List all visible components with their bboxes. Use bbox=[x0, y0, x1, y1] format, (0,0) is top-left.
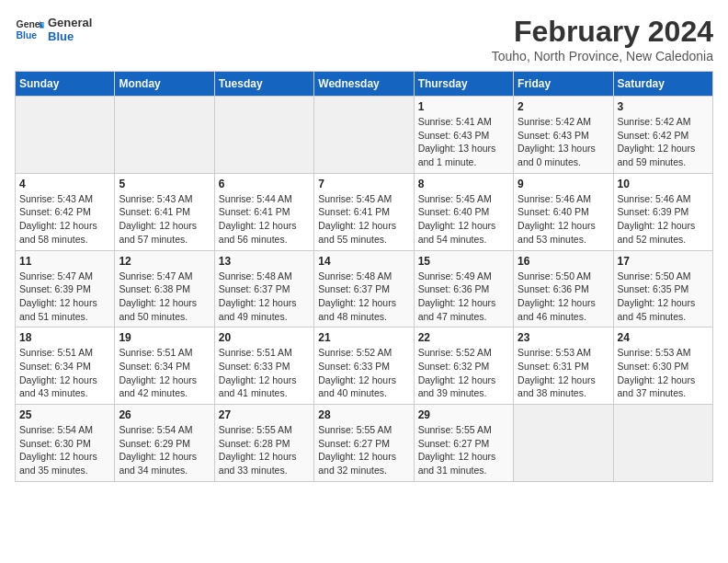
weekday-header: Monday bbox=[115, 72, 214, 97]
day-info: Sunrise: 5:44 AM Sunset: 6:41 PM Dayligh… bbox=[219, 192, 310, 247]
day-number: 1 bbox=[418, 100, 509, 113]
logo: General Blue General Blue bbox=[15, 15, 92, 44]
weekday-header: Sunday bbox=[16, 72, 115, 97]
day-number: 9 bbox=[518, 178, 609, 190]
calendar-week-row: 4Sunrise: 5:43 AM Sunset: 6:42 PM Daylig… bbox=[16, 173, 713, 250]
calendar-cell: 10Sunrise: 5:46 AM Sunset: 6:39 PM Dayli… bbox=[613, 173, 712, 250]
weekday-header: Thursday bbox=[414, 72, 513, 97]
calendar-cell: 28Sunrise: 5:55 AM Sunset: 6:27 PM Dayli… bbox=[314, 405, 414, 482]
day-info: Sunrise: 5:55 AM Sunset: 6:27 PM Dayligh… bbox=[418, 423, 509, 477]
calendar-header-row: SundayMondayTuesdayWednesdayThursdayFrid… bbox=[16, 72, 713, 97]
day-number: 16 bbox=[518, 255, 609, 268]
calendar-cell: 9Sunrise: 5:46 AM Sunset: 6:40 PM Daylig… bbox=[514, 173, 613, 250]
weekday-header: Tuesday bbox=[214, 72, 313, 97]
logo-general: General bbox=[48, 16, 92, 29]
weekday-header: Saturday bbox=[613, 72, 712, 97]
day-info: Sunrise: 5:51 AM Sunset: 6:34 PM Dayligh… bbox=[119, 346, 210, 400]
calendar-cell: 16Sunrise: 5:50 AM Sunset: 6:36 PM Dayli… bbox=[514, 250, 613, 327]
calendar-cell: 25Sunrise: 5:54 AM Sunset: 6:30 PM Dayli… bbox=[16, 405, 115, 482]
day-info: Sunrise: 5:50 AM Sunset: 6:35 PM Dayligh… bbox=[618, 270, 709, 324]
day-info: Sunrise: 5:46 AM Sunset: 6:40 PM Dayligh… bbox=[518, 192, 609, 247]
day-number: 17 bbox=[618, 255, 709, 268]
day-number: 14 bbox=[318, 255, 409, 268]
day-number: 23 bbox=[518, 331, 609, 344]
calendar-cell bbox=[214, 97, 313, 174]
day-number: 20 bbox=[219, 331, 310, 344]
calendar-cell bbox=[115, 97, 214, 174]
weekday-header: Wednesday bbox=[314, 72, 414, 97]
day-info: Sunrise: 5:48 AM Sunset: 6:37 PM Dayligh… bbox=[219, 270, 310, 324]
calendar-cell: 11Sunrise: 5:47 AM Sunset: 6:39 PM Dayli… bbox=[16, 250, 115, 327]
calendar-cell: 15Sunrise: 5:49 AM Sunset: 6:36 PM Dayli… bbox=[414, 250, 513, 327]
day-info: Sunrise: 5:47 AM Sunset: 6:39 PM Dayligh… bbox=[19, 270, 110, 324]
calendar-cell: 1Sunrise: 5:41 AM Sunset: 6:43 PM Daylig… bbox=[414, 97, 513, 174]
day-info: Sunrise: 5:43 AM Sunset: 6:42 PM Dayligh… bbox=[19, 192, 110, 247]
calendar-week-row: 18Sunrise: 5:51 AM Sunset: 6:34 PM Dayli… bbox=[16, 327, 713, 405]
calendar-cell: 27Sunrise: 5:55 AM Sunset: 6:28 PM Dayli… bbox=[214, 405, 313, 482]
day-number: 12 bbox=[119, 255, 210, 268]
day-info: Sunrise: 5:43 AM Sunset: 6:41 PM Dayligh… bbox=[119, 192, 210, 247]
day-info: Sunrise: 5:51 AM Sunset: 6:34 PM Dayligh… bbox=[19, 346, 110, 400]
calendar-cell: 8Sunrise: 5:45 AM Sunset: 6:40 PM Daylig… bbox=[414, 173, 513, 250]
calendar-cell: 7Sunrise: 5:45 AM Sunset: 6:41 PM Daylig… bbox=[314, 173, 414, 250]
day-info: Sunrise: 5:45 AM Sunset: 6:41 PM Dayligh… bbox=[318, 192, 409, 247]
calendar-cell: 22Sunrise: 5:52 AM Sunset: 6:32 PM Dayli… bbox=[414, 327, 513, 405]
day-info: Sunrise: 5:48 AM Sunset: 6:37 PM Dayligh… bbox=[318, 270, 409, 324]
calendar-cell: 23Sunrise: 5:53 AM Sunset: 6:31 PM Dayli… bbox=[514, 327, 613, 405]
calendar-cell: 21Sunrise: 5:52 AM Sunset: 6:33 PM Dayli… bbox=[314, 327, 414, 405]
calendar-cell: 18Sunrise: 5:51 AM Sunset: 6:34 PM Dayli… bbox=[16, 327, 115, 405]
day-info: Sunrise: 5:42 AM Sunset: 6:43 PM Dayligh… bbox=[518, 115, 609, 169]
day-info: Sunrise: 5:51 AM Sunset: 6:33 PM Dayligh… bbox=[219, 346, 310, 400]
day-info: Sunrise: 5:50 AM Sunset: 6:36 PM Dayligh… bbox=[518, 270, 609, 324]
calendar-cell: 4Sunrise: 5:43 AM Sunset: 6:42 PM Daylig… bbox=[16, 173, 115, 250]
day-info: Sunrise: 5:55 AM Sunset: 6:27 PM Dayligh… bbox=[318, 423, 409, 477]
calendar-cell: 2Sunrise: 5:42 AM Sunset: 6:43 PM Daylig… bbox=[514, 97, 613, 174]
title-block: February 2024 Touho, North Province, New… bbox=[492, 15, 713, 63]
day-info: Sunrise: 5:46 AM Sunset: 6:39 PM Dayligh… bbox=[618, 192, 709, 247]
day-number: 22 bbox=[418, 331, 509, 344]
day-number: 24 bbox=[618, 331, 709, 344]
calendar-cell: 3Sunrise: 5:42 AM Sunset: 6:42 PM Daylig… bbox=[613, 97, 712, 174]
day-info: Sunrise: 5:41 AM Sunset: 6:43 PM Dayligh… bbox=[418, 115, 509, 169]
weekday-header: Friday bbox=[514, 72, 613, 97]
calendar-cell: 26Sunrise: 5:54 AM Sunset: 6:29 PM Dayli… bbox=[115, 405, 214, 482]
day-number: 5 bbox=[119, 178, 210, 190]
calendar-cell bbox=[16, 97, 115, 174]
day-info: Sunrise: 5:53 AM Sunset: 6:30 PM Dayligh… bbox=[618, 346, 709, 400]
day-number: 6 bbox=[219, 178, 310, 190]
day-number: 25 bbox=[19, 408, 110, 421]
logo-blue: Blue bbox=[48, 29, 92, 43]
day-info: Sunrise: 5:53 AM Sunset: 6:31 PM Dayligh… bbox=[518, 346, 609, 400]
calendar-cell: 24Sunrise: 5:53 AM Sunset: 6:30 PM Dayli… bbox=[613, 327, 712, 405]
day-number: 15 bbox=[418, 255, 509, 268]
day-info: Sunrise: 5:55 AM Sunset: 6:28 PM Dayligh… bbox=[219, 423, 310, 477]
day-info: Sunrise: 5:52 AM Sunset: 6:33 PM Dayligh… bbox=[318, 346, 409, 400]
day-info: Sunrise: 5:49 AM Sunset: 6:36 PM Dayligh… bbox=[418, 270, 509, 324]
calendar-cell: 13Sunrise: 5:48 AM Sunset: 6:37 PM Dayli… bbox=[214, 250, 313, 327]
calendar-week-row: 11Sunrise: 5:47 AM Sunset: 6:39 PM Dayli… bbox=[16, 250, 713, 327]
calendar-cell bbox=[613, 405, 712, 482]
day-number: 10 bbox=[618, 178, 709, 190]
calendar-cell: 29Sunrise: 5:55 AM Sunset: 6:27 PM Dayli… bbox=[414, 405, 513, 482]
calendar-cell: 19Sunrise: 5:51 AM Sunset: 6:34 PM Dayli… bbox=[115, 327, 214, 405]
day-number: 27 bbox=[219, 408, 310, 421]
calendar-cell: 14Sunrise: 5:48 AM Sunset: 6:37 PM Dayli… bbox=[314, 250, 414, 327]
page-header: General Blue General Blue February 2024 … bbox=[15, 15, 713, 63]
day-number: 29 bbox=[418, 408, 509, 421]
day-info: Sunrise: 5:52 AM Sunset: 6:32 PM Dayligh… bbox=[418, 346, 509, 400]
day-number: 11 bbox=[19, 255, 110, 268]
calendar-week-row: 1Sunrise: 5:41 AM Sunset: 6:43 PM Daylig… bbox=[16, 97, 713, 174]
calendar-cell: 12Sunrise: 5:47 AM Sunset: 6:38 PM Dayli… bbox=[115, 250, 214, 327]
calendar-cell: 5Sunrise: 5:43 AM Sunset: 6:41 PM Daylig… bbox=[115, 173, 214, 250]
day-info: Sunrise: 5:54 AM Sunset: 6:30 PM Dayligh… bbox=[19, 423, 110, 477]
day-number: 19 bbox=[119, 331, 210, 344]
svg-text:Blue: Blue bbox=[17, 30, 38, 40]
calendar-cell bbox=[514, 405, 613, 482]
calendar-cell bbox=[314, 97, 414, 174]
calendar-table: SundayMondayTuesdayWednesdayThursdayFrid… bbox=[15, 71, 713, 482]
day-number: 8 bbox=[418, 178, 509, 190]
day-info: Sunrise: 5:45 AM Sunset: 6:40 PM Dayligh… bbox=[418, 192, 509, 247]
calendar-cell: 17Sunrise: 5:50 AM Sunset: 6:35 PM Dayli… bbox=[613, 250, 712, 327]
day-info: Sunrise: 5:47 AM Sunset: 6:38 PM Dayligh… bbox=[119, 270, 210, 324]
month-title: February 2024 bbox=[492, 15, 713, 49]
